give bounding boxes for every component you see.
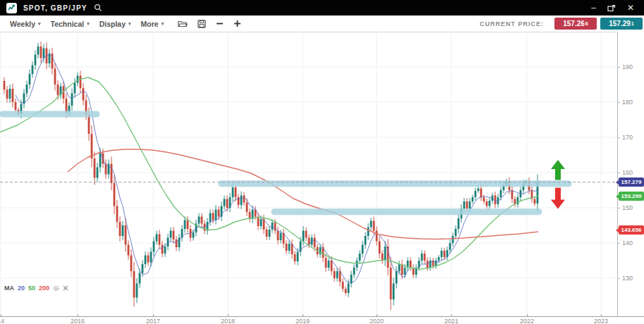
chevron-down-icon: ▾	[162, 21, 164, 27]
bid-price-badge: 157.266	[554, 18, 597, 30]
ma-close-icon[interactable]	[63, 285, 68, 291]
close-button[interactable]: ✕	[627, 4, 634, 11]
zoom-in-icon[interactable]	[233, 20, 241, 27]
search-icon[interactable]	[94, 4, 102, 12]
timeframe-dropdown[interactable]: Weekly▾	[10, 20, 41, 28]
price-tick: 160	[622, 169, 633, 176]
titlebar: SPOT, GBP/JPY – ✕	[0, 0, 644, 15]
time-axis[interactable]: 1420162017201820192020202120222023	[0, 316, 644, 324]
ma200-period: 200	[39, 285, 49, 292]
price-flag: 143.656	[619, 225, 644, 235]
candlestick-chart[interactable]	[0, 32, 617, 316]
toolbar: Weekly▾ Technical▾ Display▾ More▾ CURREN…	[0, 15, 644, 32]
app-logo-icon	[6, 3, 17, 13]
chevron-down-icon: ▾	[128, 21, 131, 27]
year-tick: 2019	[296, 318, 310, 324]
year-tick: 2023	[594, 318, 608, 324]
price-tick: 130	[622, 275, 633, 282]
current-price-bar: CURRENT PRICE: 157.266 157.291	[480, 18, 643, 30]
price-axis[interactable]: 190180170160150140130157.279153.299143.6…	[617, 32, 644, 316]
year-tick: 2022	[520, 318, 534, 324]
price-tick: 190	[622, 63, 633, 70]
price-flag: 153.299	[619, 192, 644, 201]
ma-legend-label: MA	[4, 285, 14, 292]
year-tick: 2018	[221, 318, 235, 324]
year-tick: 2021	[444, 318, 458, 324]
ask-price-badge: 157.291	[600, 18, 643, 30]
current-price-label: CURRENT PRICE:	[480, 20, 544, 27]
price-tick: 180	[622, 99, 633, 106]
year-tick: 2016	[71, 318, 85, 324]
year-tick: 2020	[370, 318, 384, 324]
display-dropdown[interactable]: Display▾	[99, 20, 131, 28]
ma-legend: MA 20 50 200	[4, 285, 68, 292]
ma20-period: 20	[18, 285, 25, 292]
year-tick: 14	[0, 318, 4, 324]
popout-button[interactable]	[607, 4, 616, 12]
minimize-button[interactable]: –	[591, 4, 596, 11]
open-folder-icon[interactable]	[178, 20, 188, 27]
ma50-period: 50	[28, 285, 35, 292]
breakout-up-arrow	[551, 160, 565, 180]
symbol-title: SPOT, GBP/JPY	[23, 4, 87, 12]
price-tick: 150	[622, 204, 633, 211]
more-dropdown[interactable]: More▾	[141, 20, 164, 28]
price-flag: 157.279	[619, 177, 644, 187]
price-tick: 140	[622, 239, 633, 247]
technical-dropdown[interactable]: Technical▾	[51, 20, 90, 28]
zoom-out-icon[interactable]	[216, 20, 224, 27]
chevron-down-icon: ▾	[38, 21, 41, 27]
trading-app-window: { "window": { "title": "SPOT, GBP/JPY", …	[0, 0, 644, 324]
breakdown-down-arrow	[551, 188, 565, 209]
ma-settings-gear-icon[interactable]	[53, 285, 59, 292]
price-tick: 170	[622, 134, 633, 141]
year-tick: 2017	[146, 318, 160, 324]
chevron-down-icon: ▾	[87, 21, 90, 27]
save-icon[interactable]	[198, 20, 206, 28]
